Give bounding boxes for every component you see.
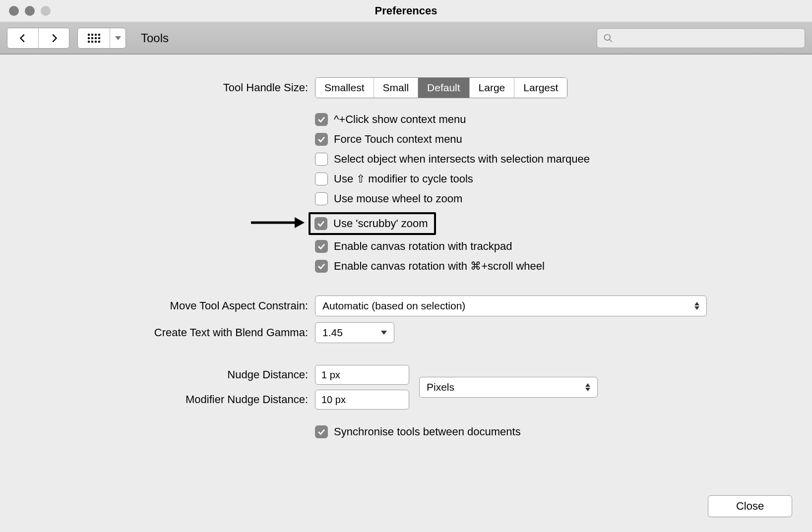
blend-gamma-select[interactable]: 1.45 — [315, 322, 394, 343]
force-touch-checkbox[interactable] — [315, 133, 328, 146]
wheel-zoom-row: Use mouse wheel to zoom — [20, 192, 792, 205]
force-touch-label: Force Touch context menu — [334, 133, 462, 146]
check-icon — [317, 262, 326, 271]
ctrl-click-label: ^+Click show context menu — [334, 113, 466, 126]
stepper-icon — [694, 302, 699, 310]
scrubby-zoom-row: Use 'scrubby' zoom — [20, 212, 792, 235]
wheel-zoom-label: Use mouse wheel to zoom — [334, 192, 462, 205]
chevron-left-icon — [17, 33, 28, 44]
search-icon — [603, 33, 613, 43]
search-input[interactable] — [618, 32, 799, 44]
shift-cycle-checkbox[interactable] — [315, 173, 328, 185]
scrubby-zoom-label: Use 'scrubby' zoom — [333, 217, 428, 230]
select-intersect-row: Select object when intersects with selec… — [20, 153, 792, 166]
check-icon — [317, 427, 326, 436]
chevron-down-icon — [115, 36, 121, 40]
preferences-window: Preferences Tools — [0, 0, 812, 532]
force-touch-row: Force Touch context menu — [20, 133, 792, 146]
toolbar: Tools — [0, 22, 812, 55]
move-constrain-value: Automatic (based on selection) — [322, 300, 465, 312]
sync-tools-row: Synchronise tools between documents — [20, 425, 792, 438]
arrow-annotation — [251, 215, 306, 232]
section-title: Tools — [141, 31, 169, 45]
nudge-units-value: Pixels — [427, 381, 454, 393]
tool-handle-label: Tool Handle Size: — [20, 81, 315, 94]
view-all-button[interactable] — [78, 28, 110, 48]
canvas-rot-scroll-label: Enable canvas rotation with ⌘+scroll whe… — [334, 260, 545, 273]
mod-nudge-row: Modifier Nudge Distance: — [20, 390, 409, 410]
seg-large[interactable]: Large — [469, 78, 514, 98]
nudge-label: Nudge Distance: — [20, 368, 315, 381]
window-title: Preferences — [0, 4, 812, 17]
forward-button[interactable] — [38, 28, 69, 48]
blend-gamma-label: Create Text with Blend Gamma: — [20, 326, 315, 339]
wheel-zoom-checkbox[interactable] — [315, 192, 328, 205]
tool-handle-row: Tool Handle Size: Smallest Small Default… — [20, 77, 792, 98]
svg-point-0 — [605, 34, 611, 40]
canvas-rot-scroll-row: Enable canvas rotation with ⌘+scroll whe… — [20, 260, 792, 273]
stepper-icon — [585, 383, 590, 391]
seg-largest[interactable]: Largest — [514, 78, 567, 98]
check-icon — [317, 135, 326, 144]
sync-tools-label: Synchronise tools between documents — [334, 425, 521, 438]
select-intersect-label: Select object when intersects with selec… — [334, 153, 590, 166]
mod-nudge-input[interactable] — [315, 390, 409, 410]
arrow-right-icon — [251, 215, 306, 230]
mod-nudge-label: Modifier Nudge Distance: — [20, 393, 315, 406]
scrubby-zoom-checkbox[interactable] — [314, 217, 327, 230]
nav-group — [7, 28, 69, 49]
check-icon — [316, 219, 325, 228]
chevron-right-icon — [49, 33, 60, 44]
canvas-rot-scroll-checkbox[interactable] — [315, 260, 328, 273]
move-constrain-row: Move Tool Aspect Constrain: Automatic (b… — [20, 296, 792, 316]
canvas-rot-trackpad-row: Enable canvas rotation with trackpad — [20, 240, 792, 253]
tool-handle-segmented: Smallest Small Default Large Largest — [315, 77, 567, 98]
svg-line-1 — [610, 39, 612, 42]
nudge-input[interactable] — [315, 365, 409, 385]
canvas-rot-trackpad-label: Enable canvas rotation with trackpad — [334, 240, 512, 253]
chevron-down-icon — [381, 331, 387, 335]
check-icon — [317, 115, 326, 124]
select-intersect-checkbox[interactable] — [315, 153, 328, 166]
back-button[interactable] — [7, 28, 38, 48]
seg-small[interactable]: Small — [374, 78, 418, 98]
shift-cycle-row: Use ⇧ modifier to cycle tools — [20, 173, 792, 185]
shift-cycle-label: Use ⇧ modifier to cycle tools — [334, 173, 473, 185]
view-switcher — [77, 28, 126, 49]
blend-gamma-value: 1.45 — [322, 327, 343, 339]
canvas-rot-trackpad-checkbox[interactable] — [315, 240, 328, 253]
close-button[interactable]: Close — [708, 495, 792, 517]
ctrl-click-checkbox[interactable] — [315, 113, 328, 126]
nudge-row: Nudge Distance: — [20, 365, 409, 385]
move-constrain-label: Move Tool Aspect Constrain: — [20, 299, 315, 312]
nudge-units-select[interactable]: Pixels — [419, 377, 598, 398]
seg-default[interactable]: Default — [418, 78, 469, 98]
sync-tools-checkbox[interactable] — [315, 425, 328, 438]
content-area: Tool Handle Size: Smallest Small Default… — [0, 55, 812, 532]
ctrl-click-row: ^+Click show context menu — [20, 113, 792, 126]
titlebar: Preferences — [0, 0, 812, 22]
close-label: Close — [736, 500, 764, 513]
move-constrain-select[interactable]: Automatic (based on selection) — [315, 296, 707, 316]
check-icon — [317, 242, 326, 251]
blend-gamma-row: Create Text with Blend Gamma: 1.45 — [20, 322, 792, 343]
seg-smallest[interactable]: Smallest — [315, 78, 374, 98]
search-field[interactable] — [597, 28, 805, 48]
view-dropdown-button[interactable] — [110, 28, 125, 48]
scrubby-zoom-highlight: Use 'scrubby' zoom — [309, 212, 436, 235]
grid-icon — [88, 34, 100, 43]
